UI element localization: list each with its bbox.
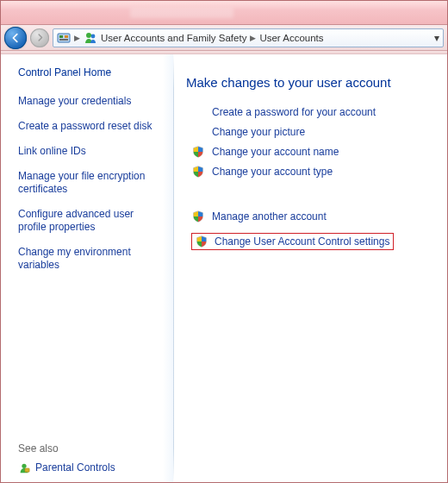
- icon-slot: [191, 125, 205, 139]
- task-link-label: Change User Account Control settings: [215, 235, 389, 248]
- nav-back-button[interactable]: [4, 27, 27, 49]
- page-title: Make changes to your user account: [186, 75, 437, 90]
- task-link-label: Change your account type: [212, 166, 333, 178]
- uac-shield-icon: [196, 235, 208, 248]
- task-create-password[interactable]: Create a password for your account: [191, 105, 437, 119]
- user-accounts-category-icon: [84, 31, 97, 45]
- icon-slot: [191, 105, 205, 119]
- address-bar: ▶ User Accounts and Family Safety ▶ User…: [1, 25, 447, 51]
- task-change-account-type[interactable]: Change your account type: [191, 165, 437, 179]
- svg-rect-1: [59, 35, 63, 38]
- svg-rect-3: [59, 39, 68, 41]
- content-area: Control Panel Home Manage your credentia…: [1, 54, 447, 482]
- task-manage-another-account[interactable]: Manage another account: [191, 210, 437, 223]
- see-also-section: See also Parental Controls: [18, 425, 165, 474]
- sidebar-link-env-vars[interactable]: Change my environment variables: [18, 246, 165, 272]
- svg-point-5: [91, 34, 96, 38]
- breadcrumb-level1[interactable]: User Accounts and Family Safety: [101, 33, 246, 43]
- uac-shield-icon: [191, 210, 205, 223]
- chevron-right-icon: ▶: [250, 34, 256, 42]
- task-link-label: Create a password for your account: [212, 106, 376, 118]
- parental-controls-icon: [18, 461, 30, 474]
- nav-forward-button[interactable]: [30, 28, 49, 47]
- see-also-heading: See also: [18, 442, 165, 455]
- task-change-picture[interactable]: Change your picture: [191, 125, 437, 139]
- control-panel-window: ▶ User Accounts and Family Safety ▶ User…: [0, 0, 448, 483]
- see-also-parental-controls[interactable]: Parental Controls: [18, 461, 165, 474]
- arrow-right-icon: [35, 33, 45, 42]
- sidebar-link-password-reset-disk[interactable]: Create a password reset disk: [18, 120, 165, 133]
- task-link-label: Change your account name: [212, 146, 339, 158]
- task-link-label: Manage another account: [212, 210, 327, 223]
- sidebar: Control Panel Home Manage your credentia…: [1, 54, 173, 482]
- chevron-right-icon: ▶: [74, 34, 80, 42]
- task-change-account-name[interactable]: Change your account name: [191, 145, 437, 159]
- task-link-label: Change your picture: [212, 126, 305, 138]
- primary-task-list: Create a password for your account Chang…: [191, 105, 437, 254]
- see-also-link-label: Parental Controls: [35, 461, 115, 474]
- uac-shield-icon: [191, 165, 205, 179]
- control-panel-icon: [57, 31, 71, 45]
- sidebar-link-credentials[interactable]: Manage your credentials: [18, 95, 165, 108]
- breadcrumb-level2[interactable]: User Accounts: [259, 33, 323, 43]
- task-change-uac-settings[interactable]: Change User Account Control settings: [191, 233, 394, 250]
- window-titlebar[interactable]: [1, 1, 447, 25]
- svg-rect-2: [65, 35, 68, 38]
- svg-point-4: [86, 33, 91, 38]
- sidebar-link-link-online-ids[interactable]: Link online IDs: [18, 145, 165, 158]
- arrow-left-icon: [9, 32, 22, 44]
- sidebar-link-file-encryption-certs[interactable]: Manage your file encryption certificates: [18, 170, 165, 196]
- svg-rect-7: [25, 468, 29, 472]
- sidebar-link-advanced-profile[interactable]: Configure advanced user profile properti…: [18, 208, 165, 234]
- svg-point-6: [22, 464, 26, 468]
- breadcrumb-dropdown-button[interactable]: ▾: [434, 32, 439, 44]
- main-panel: Make changes to your user account Create…: [174, 54, 447, 482]
- breadcrumb[interactable]: ▶ User Accounts and Family Safety ▶ User…: [53, 28, 444, 47]
- uac-shield-icon: [191, 145, 205, 159]
- control-panel-home-link[interactable]: Control Panel Home: [18, 66, 165, 78]
